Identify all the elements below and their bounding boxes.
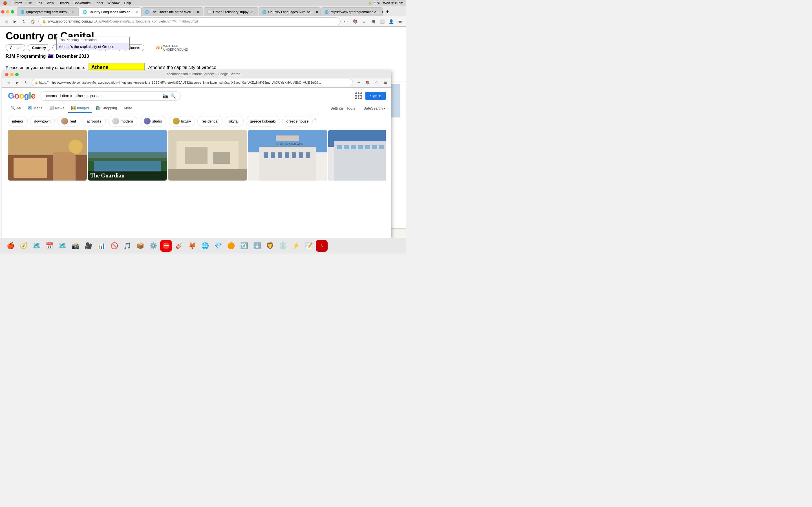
tab-3-close[interactable]: ✕ [196, 10, 200, 14]
menu-history[interactable]: History [59, 1, 69, 5]
dock-block[interactable]: 🚫 [108, 240, 120, 252]
google-tl-close[interactable] [5, 73, 8, 76]
google-nav-forward[interactable]: ▶ [13, 79, 21, 86]
chip-kolonaki[interactable]: greece kolonaki [246, 116, 280, 126]
google-camera-icon[interactable]: 📷 [162, 93, 168, 99]
google-url-bar[interactable]: 🔒 https:// https://www.google.com/search… [32, 79, 353, 86]
image-card-5[interactable] [328, 130, 386, 180]
chip-downtown[interactable]: downtown [30, 116, 55, 126]
image-card-3[interactable] [168, 130, 247, 180]
nav-home-btn[interactable]: 🏠 [29, 18, 37, 25]
image-card-4[interactable]: ELECTRA PALACE [248, 130, 327, 180]
chip-studio[interactable]: studio [140, 116, 166, 126]
chip-rent[interactable]: rent [57, 116, 80, 126]
chip-next-btn[interactable]: › [315, 116, 317, 126]
url-bar-back[interactable]: 🔒 www.rjmprogramming.com.au /Ajax/AutoCo… [38, 17, 341, 25]
chip-modern[interactable]: modern [108, 116, 137, 126]
tab-2-close[interactable]: ✕ [135, 10, 140, 14]
dock-install[interactable]: 📦 [134, 240, 146, 252]
nav-bookmark-btn[interactable]: 📚 [351, 18, 359, 25]
tab-2[interactable]: 🌐 Country Languages Auto-co... ✕ [79, 7, 141, 16]
tab-1[interactable]: 🌐 rjmprogramming.com.au/to... ✕ [17, 7, 79, 16]
dock-settings[interactable]: ⚙️ [147, 240, 159, 252]
dock-facetime[interactable]: 🎥 [82, 240, 94, 252]
dock-maps[interactable]: 🗺️ [31, 240, 42, 252]
dock-dvd[interactable]: 💿 [277, 240, 289, 252]
tab-6-close[interactable]: ✕ [380, 10, 383, 14]
nav-menu-btn[interactable]: ☰ [396, 18, 404, 25]
chip-interior[interactable]: interior [8, 116, 28, 126]
nav-sidebar-btn[interactable]: ▦ [369, 18, 377, 25]
google-settings-btn[interactable]: Settings [331, 106, 344, 110]
nav-forward-btn[interactable]: ▶ [11, 18, 18, 25]
dock-chrome[interactable]: 🌐 [199, 240, 211, 252]
menu-tools[interactable]: Tools [95, 1, 103, 5]
tab-6[interactable]: 🌐 https://www.rjmprogramming.c... ✕ [321, 7, 383, 16]
dock-transmit[interactable]: ⬇️ [251, 240, 263, 252]
google-apps-btn[interactable] [355, 93, 362, 99]
traffic-light-close[interactable] [1, 10, 4, 13]
dock-red-app[interactable]: ⛔ [160, 240, 172, 252]
nav-reload-btn[interactable]: ↻ [20, 18, 28, 25]
nav-star-btn[interactable]: ☆ [360, 18, 368, 25]
gtab-more[interactable]: More [121, 104, 135, 113]
dock-filezilla[interactable]: 🔃 [238, 240, 250, 252]
menu-window[interactable]: Window [107, 1, 119, 5]
new-tab-btn[interactable]: + [383, 8, 392, 16]
tab-4-close[interactable]: ✕ [250, 10, 255, 14]
nav-back-btn[interactable]: ◀ [2, 18, 10, 25]
google-star-btn[interactable]: ☆ [373, 79, 380, 86]
image-card-2[interactable]: The Guardian [88, 130, 167, 180]
menu-view[interactable]: View [47, 1, 54, 5]
dock-pycharm[interactable]: 💎 [212, 240, 224, 252]
dock-finder[interactable]: 🍎 [4, 240, 16, 252]
google-tl-min[interactable] [10, 73, 13, 76]
tab-3[interactable]: 🌐 The Other Side of the Worl... ✕ [141, 7, 203, 16]
nav-user-btn[interactable]: 👤 [388, 18, 395, 25]
nav-tablet-btn[interactable]: ⬜ [378, 18, 386, 25]
tab-5-close[interactable]: ✕ [315, 10, 319, 14]
tab-1-close[interactable]: ✕ [71, 10, 75, 14]
nav-more-btn[interactable]: ⋯ [342, 18, 350, 25]
traffic-light-maximize[interactable] [11, 10, 14, 13]
dock-red2[interactable]: A [316, 240, 327, 252]
nav-country-btn[interactable]: Country [28, 44, 50, 51]
gtab-news[interactable]: 📰 News [46, 104, 67, 113]
apple-menu[interactable]: 🍎 [3, 1, 7, 5]
dock-ukelele[interactable]: ⚡ [290, 240, 302, 252]
google-safesearch[interactable]: SafeSearch ▾ [363, 106, 386, 110]
tab-5[interactable]: 🌐 Country Languages Auto-co... ✕ [259, 7, 320, 16]
dock-maps2[interactable]: 🗺️ [56, 240, 68, 252]
google-tools-btn[interactable]: Tools [347, 106, 355, 110]
gtab-maps[interactable]: 🗺️ Maps [24, 104, 45, 113]
traffic-light-minimize[interactable] [6, 10, 9, 13]
nav-capital-btn[interactable]: Capital [6, 44, 26, 51]
google-signin-btn[interactable]: Sign in [365, 92, 386, 100]
chip-greece-house[interactable]: greece house [282, 116, 313, 126]
tab-4[interactable]: 📖 Urban Dictionary: trippy ✕ [204, 7, 258, 16]
menu-help[interactable]: Help [124, 1, 131, 5]
gtab-all[interactable]: 🔍 All [8, 104, 23, 113]
dock-photos[interactable]: 📸 [69, 240, 81, 252]
google-nav-reload[interactable]: ↻ [22, 79, 30, 86]
dock-music[interactable]: 🎵 [121, 240, 133, 252]
dock-firefox[interactable]: 🦊 [186, 240, 198, 252]
image-card-1[interactable] [8, 130, 87, 180]
dock-textedit[interactable]: 📝 [303, 240, 315, 252]
google-tl-max[interactable] [15, 73, 18, 76]
google-search-bar[interactable]: 📷 🔍 [40, 91, 181, 101]
menu-bookmarks[interactable]: Bookmarks [73, 1, 91, 5]
chip-residential[interactable]: residential [197, 116, 222, 126]
dock-safari[interactable]: 🧭 [17, 240, 29, 252]
google-search-icon[interactable]: 🔍 [170, 93, 176, 99]
menu-edit[interactable]: Edit [36, 1, 42, 5]
menu-firefox[interactable]: Firefox [11, 1, 22, 5]
google-search-input[interactable] [45, 94, 160, 98]
autocomplete-item[interactable]: Athens's the capital city of Greece [57, 43, 130, 50]
dock-virtualbox[interactable]: 🟠 [225, 240, 237, 252]
menu-file[interactable]: File [27, 1, 32, 5]
dock-calendar[interactable]: 📅 [43, 240, 55, 252]
dock-itunes[interactable]: 🎸 [173, 240, 185, 252]
gtab-images[interactable]: 🖼️ Images [68, 104, 92, 113]
chip-skyfall[interactable]: skyfall [225, 116, 243, 126]
